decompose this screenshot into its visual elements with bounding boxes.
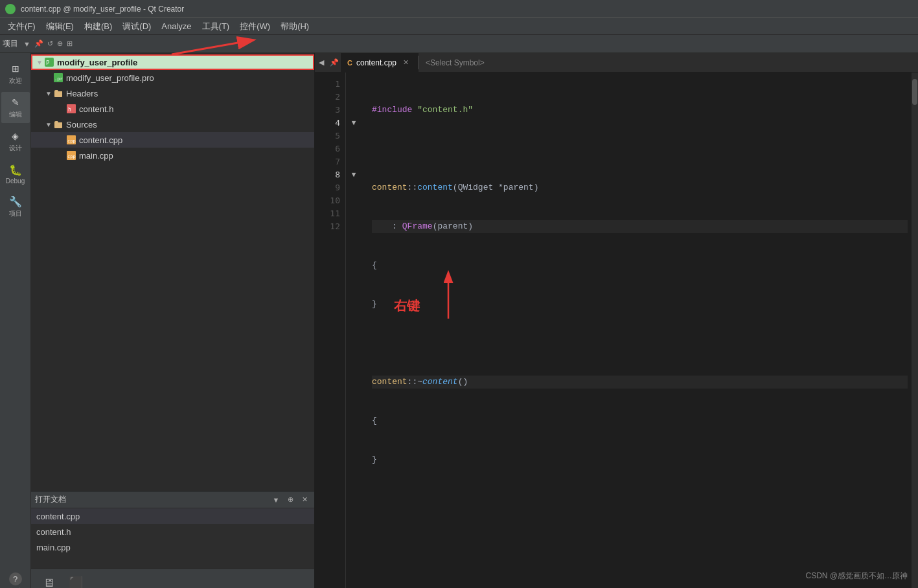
debug-bottom-icon: ⬛ bbox=[69, 576, 83, 588]
tab-close-btn[interactable]: ✕ bbox=[400, 58, 411, 68]
toolbar: 项目 ▼ 📌 ↺ ⊕ ⊞ bbox=[0, 35, 918, 53]
left-bottom-bar: 🖥 mod···ile ⬛ Debug bbox=[31, 569, 314, 588]
sidebar-item-debug[interactable]: 🐛 Debug bbox=[1, 159, 30, 188]
menu-bar: 文件(F)编辑(E)构建(B)调试(D)Analyze工具(T)控件(W)帮助(… bbox=[0, 18, 918, 35]
editor-scrollbar[interactable] bbox=[912, 73, 918, 588]
code-line-1: #include "content.h" bbox=[372, 104, 908, 117]
open-doc-content-h-label: content.h bbox=[36, 527, 71, 537]
line-num-1: 1 bbox=[315, 78, 345, 91]
open-doc-main-cpp[interactable]: main.cpp bbox=[31, 539, 314, 555]
menu-item-b[interactable]: 构建(B) bbox=[79, 18, 117, 35]
tree-label-main-cpp: main.cpp bbox=[79, 151, 113, 161]
h-file-icon: h bbox=[66, 104, 76, 114]
sidebar-item-project[interactable]: 🔧 项目 bbox=[1, 191, 30, 222]
open-doc-content-h[interactable]: content.h bbox=[31, 524, 314, 539]
tree-label-pro: modify_user_profile.pro bbox=[66, 73, 154, 83]
svg-text:P: P bbox=[46, 60, 50, 66]
tab-nav-pin[interactable]: 📌 bbox=[328, 53, 341, 72]
sidebar-edit-label: 编辑 bbox=[9, 110, 22, 119]
sidebar-debug-label: Debug bbox=[6, 177, 25, 185]
tree-item-headers[interactable]: ▼ Headers bbox=[31, 85, 314, 101]
code-area[interactable]: #include "content.h" content::content(QW… bbox=[361, 73, 918, 588]
tree-item-content-h[interactable]: ▷ h content.h bbox=[31, 101, 314, 117]
menu-item-d[interactable]: 调试(D) bbox=[117, 18, 156, 35]
file-tree-container: ▼ P modify_user_profile ▷ .pro modify_us… bbox=[31, 53, 314, 588]
open-docs-btn-3[interactable]: ✕ bbox=[299, 494, 310, 506]
pro-file-icon: .pro bbox=[53, 73, 63, 83]
symbol-selector[interactable]: <Select Symbol> bbox=[419, 53, 918, 72]
tree-item-sources[interactable]: ▼ Sources bbox=[31, 117, 314, 132]
menu-item-f[interactable]: 文件(F) bbox=[3, 18, 41, 35]
tree-label-sources: Sources bbox=[66, 120, 97, 130]
line-num-3: 3 bbox=[315, 104, 345, 117]
fold-12 bbox=[346, 220, 361, 233]
tree-item-root[interactable]: ▼ P modify_user_profile bbox=[31, 54, 314, 70]
line-num-4: 4 bbox=[315, 117, 345, 130]
menu-item-t[interactable]: 工具(T) bbox=[197, 18, 235, 35]
svg-text:.pro: .pro bbox=[54, 76, 63, 82]
tree-label-content-h: content.h bbox=[79, 104, 114, 114]
open-docs-header: 打开文档 ▼ ⊕ ✕ bbox=[31, 492, 314, 508]
fold-5 bbox=[346, 130, 361, 142]
open-docs-btn-1[interactable]: ▼ bbox=[270, 494, 282, 506]
project-file-icon: P bbox=[44, 57, 54, 67]
toolbar-add-icon[interactable]: ⊕ bbox=[57, 40, 63, 48]
fold-4[interactable]: ▼ bbox=[346, 117, 361, 130]
menu-item-e[interactable]: 编辑(E) bbox=[41, 18, 79, 35]
fold-8[interactable]: ▼ bbox=[346, 168, 361, 181]
code-line-8: content::~content() bbox=[372, 376, 908, 389]
bottom-debug-item[interactable]: ⬛ Debug bbox=[66, 576, 85, 588]
tree-item-main-cpp[interactable]: ▷ cpp main.cpp bbox=[31, 148, 314, 163]
menu-item-h[interactable]: 帮助(H) bbox=[275, 18, 314, 35]
open-doc-content-cpp[interactable]: content.cpp bbox=[31, 508, 314, 524]
sidebar-item-welcome[interactable]: ⊞ 欢迎 bbox=[1, 58, 30, 89]
toolbar-more-icon[interactable]: ⊞ bbox=[67, 40, 73, 48]
open-docs-title: 打开文档 bbox=[35, 494, 268, 505]
welcome-icon: ⊞ bbox=[9, 62, 22, 75]
code-line-12 bbox=[372, 531, 908, 544]
fold-1 bbox=[346, 78, 361, 91]
code-line-9: { bbox=[372, 414, 908, 427]
watermark-text: CSDN @感觉画质不如…原神 bbox=[805, 571, 908, 580]
code-line-7 bbox=[372, 337, 908, 350]
toolbar-dropdown-icon[interactable]: ▼ bbox=[23, 40, 30, 48]
sidebar-item-design[interactable]: ◈ 设计 bbox=[1, 126, 30, 157]
menu-item-w[interactable]: 控件(W) bbox=[235, 18, 275, 35]
tab-content-cpp[interactable]: C content.cpp ✕ bbox=[341, 53, 419, 72]
line-num-10: 10 bbox=[315, 194, 345, 207]
open-docs-btn-2[interactable]: ⊕ bbox=[284, 494, 296, 506]
tree-arrow-sources: ▼ bbox=[44, 121, 53, 128]
svg-text:cpp: cpp bbox=[67, 154, 76, 159]
tree-arrow-headers: ▼ bbox=[44, 90, 53, 97]
sidebar-project-label: 项目 bbox=[9, 209, 22, 218]
symbol-selector-label: <Select Symbol> bbox=[426, 58, 485, 67]
watermark: CSDN @感觉画质不如…原神 bbox=[805, 571, 908, 582]
tree-item-content-cpp[interactable]: ▷ cpp content.cpp bbox=[31, 132, 314, 148]
bottom-mod-item[interactable]: 🖥 mod···ile bbox=[36, 576, 61, 589]
tree-label-content-cpp: content.cpp bbox=[79, 135, 122, 145]
edit-icon: ✎ bbox=[9, 96, 22, 109]
open-docs-panel: 打开文档 ▼ ⊕ ✕ content.cpp content.h main.cp… bbox=[31, 491, 314, 569]
toolbar-pin-icon[interactable]: 📌 bbox=[34, 40, 43, 48]
line-num-6: 6 bbox=[315, 142, 345, 155]
code-line-11 bbox=[372, 492, 908, 505]
sidebar-item-edit[interactable]: ✎ 编辑 bbox=[1, 92, 30, 123]
toolbar-label: 项目 bbox=[3, 38, 18, 49]
code-line-6: } bbox=[372, 298, 908, 311]
debug-icon: 🐛 bbox=[9, 163, 22, 176]
toolbar-sync-icon[interactable]: ↺ bbox=[47, 40, 53, 48]
app-icon bbox=[5, 4, 16, 14]
fold-6 bbox=[346, 142, 361, 155]
scrollbar-thumb[interactable] bbox=[912, 79, 917, 105]
menu-item-analyze[interactable]: Analyze bbox=[156, 18, 196, 35]
sidebar-welcome-label: 欢迎 bbox=[9, 76, 22, 85]
tab-nav-left[interactable]: ◀ bbox=[315, 53, 328, 72]
tree-item-pro[interactable]: ▷ .pro modify_user_profile.pro bbox=[31, 70, 314, 85]
headers-folder-icon bbox=[53, 88, 63, 98]
sidebar-item-help[interactable]: ? 帮助 bbox=[1, 569, 30, 588]
open-doc-main-cpp-label: main.cpp bbox=[36, 543, 71, 552]
line-num-11: 11 bbox=[315, 207, 345, 220]
open-doc-content-cpp-label: content.cpp bbox=[36, 512, 80, 521]
tree-arrow-root: ▼ bbox=[35, 59, 44, 66]
svg-text:h: h bbox=[68, 107, 71, 113]
